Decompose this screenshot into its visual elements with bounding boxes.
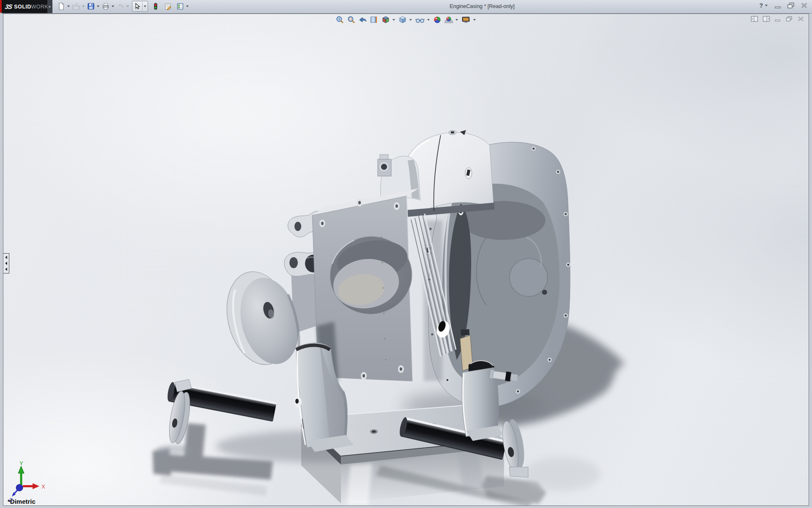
new-dropdown-caret[interactable] [67, 6, 70, 7]
zoom-to-area-icon [347, 15, 356, 25]
minimize-icon [773, 2, 782, 9]
print-dropdown-caret[interactable] [112, 6, 114, 7]
save-floppy-icon [87, 2, 95, 11]
print-button[interactable] [101, 2, 110, 11]
collapse-arrow-icon [5, 262, 7, 265]
zoom-to-fit-icon [335, 15, 345, 25]
restore-button[interactable] [786, 2, 796, 9]
options-button[interactable] [176, 2, 185, 11]
apply-scene-caret[interactable] [455, 19, 458, 21]
zoom-to-area-button[interactable] [346, 15, 357, 25]
hide-show-caret[interactable] [427, 19, 430, 21]
collapse-arrow-icon [5, 256, 7, 259]
section-view-button[interactable] [369, 15, 380, 25]
y-axis-arrow [18, 466, 24, 473]
restore-icon [785, 16, 793, 22]
close-icon [799, 2, 809, 9]
display-style-cube-icon [398, 15, 407, 25]
document-close-button[interactable] [797, 16, 804, 22]
edit-appearance-button[interactable] [432, 15, 443, 25]
view-settings-button[interactable] [460, 15, 472, 25]
zoom-to-fit-button[interactable] [335, 15, 346, 25]
hide-show-items-button[interactable] [414, 15, 426, 25]
display-style-caret[interactable] [409, 19, 412, 21]
view-settings-monitor-icon [461, 15, 471, 25]
save-dropdown-caret[interactable] [97, 6, 99, 7]
graphics-viewport[interactable]: Y X Z *Dimetric [3, 14, 809, 506]
3ds-mark: 3S [5, 3, 13, 10]
appearance-ball-icon [433, 15, 442, 25]
save-button[interactable] [86, 2, 96, 11]
x-axis-label: X [41, 483, 45, 490]
window-controls: ? [759, 2, 809, 9]
solidworks-window: 3S SOLID WORKS ▸ [0, 0, 812, 508]
help-dropdown-caret[interactable] [765, 5, 768, 6]
title-bar: 3S SOLID WORKS ▸ [0, 0, 812, 14]
display-style-button[interactable] [397, 15, 408, 25]
x-axis-arrow [33, 483, 39, 489]
view-orientation-label: *Dimetric [8, 498, 36, 505]
open-button [71, 2, 81, 11]
undo-dropdown-caret [126, 6, 129, 7]
close-button[interactable] [799, 2, 809, 9]
minimize-button[interactable] [773, 2, 782, 9]
restore-icon [786, 2, 796, 9]
pane-toggle-right-button[interactable] [763, 16, 770, 22]
y-axis-label: Y [19, 460, 23, 467]
document-minimize-button[interactable] [774, 16, 781, 22]
standard-toolbar [57, 1, 190, 12]
view-settings-caret[interactable] [473, 19, 476, 21]
select-tool-button[interactable] [132, 2, 142, 11]
help-icon[interactable]: ? [759, 2, 763, 9]
open-folder-icon [72, 2, 80, 11]
solidworks-logo: 3S SOLID WORKS [2, 0, 47, 13]
file-properties-icon [164, 2, 172, 11]
x-axis [23, 485, 34, 487]
open-dropdown-caret [82, 6, 85, 7]
menu-flyout-arrow-icon[interactable]: ▸ [47, 0, 52, 13]
window-title: EngineCasing * [Read-only] [450, 3, 515, 9]
section-view-icon [370, 15, 379, 25]
document-restore-button[interactable] [785, 16, 793, 22]
model-canvas[interactable] [3, 14, 809, 505]
pane-toggle-right-icon [763, 16, 770, 22]
select-dropdown-caret[interactable] [144, 6, 146, 7]
eyeglasses-icon [415, 15, 425, 25]
feature-manager-collapsed-tab[interactable] [3, 253, 9, 273]
new-document-icon [57, 2, 66, 11]
print-icon [102, 2, 110, 11]
view-orientation-caret[interactable] [392, 19, 395, 21]
block-cast-shadow [424, 221, 442, 381]
close-icon [797, 16, 804, 22]
view-orientation-button[interactable] [380, 15, 391, 25]
collapse-arrow-icon [5, 268, 7, 271]
apply-scene-button[interactable] [443, 15, 454, 25]
pane-toggle-left-icon [751, 16, 758, 22]
rebuild-button[interactable] [151, 2, 160, 11]
headsup-view-toolbar [335, 15, 477, 25]
pane-toggle-left-button[interactable] [751, 16, 758, 22]
logo-text-bold: SOLID [14, 4, 31, 10]
select-tool-group [132, 1, 148, 12]
options-dropdown-caret[interactable] [186, 6, 189, 7]
rebuild-traffic-light-icon [151, 2, 160, 11]
previous-view-button[interactable] [357, 15, 368, 25]
select-cursor-icon [133, 2, 141, 11]
previous-view-icon [358, 15, 368, 25]
view-orientation-cube-icon [381, 15, 390, 25]
new-document-button[interactable] [57, 2, 66, 11]
undo-icon [116, 2, 125, 11]
minimize-icon [774, 16, 781, 22]
options-checklist-icon [176, 2, 184, 11]
document-window-controls [751, 16, 804, 22]
undo-button [116, 2, 125, 11]
apply-scene-icon [444, 15, 453, 25]
file-properties-button[interactable] [163, 2, 173, 11]
